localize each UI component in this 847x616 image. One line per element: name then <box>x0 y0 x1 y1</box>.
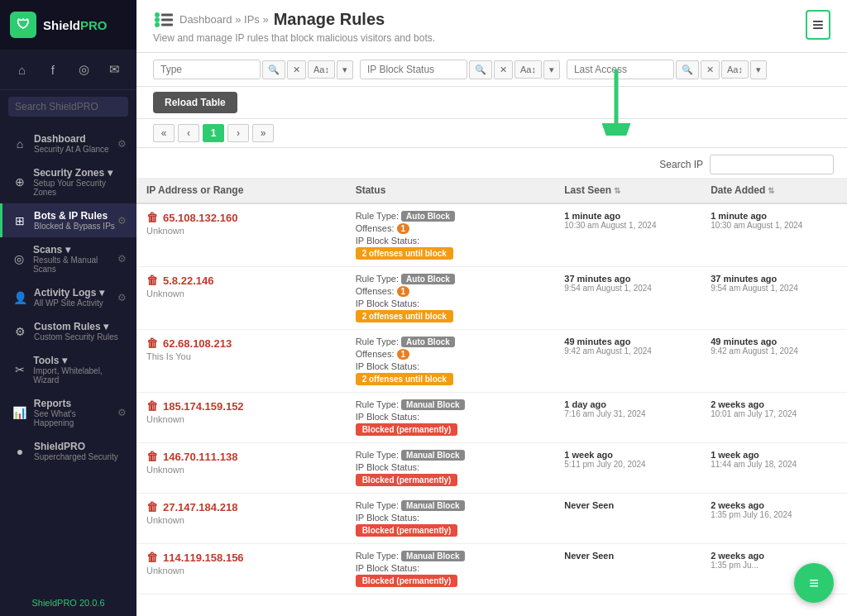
ip-block-dropdown-btn[interactable]: ▾ <box>543 60 560 79</box>
bots-ip-gear-icon[interactable]: ⚙ <box>117 215 127 227</box>
sidebar-item-dashboard[interactable]: ⌂ Dashboard Security At A Glance ⚙ <box>0 127 136 160</box>
sidebar: 🛡 ShieldPRO ⌂ f ◎ ✉ ⌂ Dashboard Security… <box>0 0 136 616</box>
page-1-btn[interactable]: 1 <box>203 124 224 142</box>
facebook-icon[interactable]: f <box>41 58 65 81</box>
status-cell-5: Rule Type: Manual Block IP Block Status:… <box>346 494 555 544</box>
rule-type-line-1: Rule Type: Auto Block <box>356 274 545 284</box>
sidebar-item-security-zones[interactable]: ⊕ Security Zones ▾ Setup Your Security Z… <box>0 160 136 203</box>
status-badge-1: 2 offenses until block <box>356 310 453 322</box>
sidebar-quick-icons: ⌂ f ◎ ✉ <box>0 50 136 90</box>
offenses-line-0: Offenses: 1 <box>356 223 545 234</box>
type-filter-input[interactable] <box>153 60 261 79</box>
date-added-cell-5: 2 weeks ago 1:35 pm July 16, 2024 <box>701 494 847 544</box>
page-first-btn[interactable]: « <box>153 124 175 142</box>
delete-ip-btn-0[interactable]: 🗑 <box>146 211 158 224</box>
last-access-format-btn[interactable]: Aa↕ <box>721 60 749 79</box>
globe-icon[interactable]: ◎ <box>72 58 95 81</box>
ip-cell-6: 🗑 114.119.158.156 Unknown <box>136 544 346 595</box>
type-search-btn[interactable]: 🔍 <box>262 60 285 79</box>
dashboard-gear-icon[interactable]: ⚙ <box>117 138 127 150</box>
svg-rect-5 <box>161 23 173 26</box>
delete-ip-btn-2[interactable]: 🗑 <box>146 337 158 350</box>
ip-block-status-line-3: IP Block Status: <box>356 412 545 422</box>
logo-highlight: PRO <box>80 18 108 32</box>
reload-row: Reload Table <box>136 87 847 119</box>
ip-value-6[interactable]: 114.119.158.156 <box>163 552 244 564</box>
sidebar-bots-ip-label: Bots & IP Rules <box>34 210 115 222</box>
activity-logs-gear-icon[interactable]: ⚙ <box>117 292 127 303</box>
delete-ip-btn-4[interactable]: 🗑 <box>146 450 158 463</box>
delete-ip-btn-3[interactable]: 🗑 <box>146 399 158 413</box>
offense-badge-2: 1 <box>397 349 410 360</box>
type-clear-btn[interactable]: ✕ <box>287 60 306 79</box>
type-format-btn[interactable]: Aa↕ <box>308 60 335 79</box>
status-badge-2: 2 offenses until block <box>356 373 453 385</box>
svg-point-1 <box>155 17 160 22</box>
page-last-btn[interactable]: » <box>252 124 274 142</box>
ip-value-2[interactable]: 62.68.108.213 <box>163 337 232 350</box>
sidebar-item-tools[interactable]: ✂ Tools ▾ Import, Whitelabel, Wizard <box>0 348 136 391</box>
toolbar: 🔍 ✕ Aa↕ ▾ 🔍 ✕ Aa↕ ▾ 🔍 ✕ Aa↕ ▾ <box>136 53 847 87</box>
type-dropdown-btn[interactable]: ▾ <box>337 60 353 79</box>
search-ip-input[interactable] <box>710 155 834 174</box>
ip-address-5: 🗑 27.147.184.218 <box>146 500 336 513</box>
last-seen-cell-1: 37 minutes ago 9:54 am August 1, 2024 <box>554 267 701 330</box>
float-btn-icon: ≡ <box>809 574 819 593</box>
last-access-filter-input[interactable] <box>567 60 674 79</box>
sidebar-item-reports[interactable]: 📊 Reports See What's Happening ⚙ <box>0 391 136 434</box>
delete-ip-btn-1[interactable]: 🗑 <box>146 274 158 287</box>
mail-icon[interactable]: ✉ <box>103 58 126 81</box>
col-date-added[interactable]: Date Added <box>701 178 847 203</box>
page-next-btn[interactable]: › <box>227 124 249 142</box>
sidebar-item-custom-rules[interactable]: ⚙ Custom Rules ▾ Custom Security Rules <box>0 314 136 348</box>
sidebar-nav: ⌂ Dashboard Security At A Glance ⚙ ⊕ Sec… <box>0 123 136 590</box>
rule-type-badge-3: Manual Block <box>401 399 464 410</box>
ip-value-4[interactable]: 146.70.111.138 <box>163 451 237 463</box>
sidebar-item-shieldpro[interactable]: ● ShieldPRO Supercharged Security <box>0 434 136 468</box>
ip-type-1: Unknown <box>146 289 336 298</box>
page-title: Manage Rules <box>274 10 385 29</box>
ip-cell-0: 🗑 65.108.132.160 Unknown <box>136 203 346 267</box>
ip-block-status-line-6: IP Block Status: <box>356 563 545 573</box>
sidebar-dashboard-label: Dashboard <box>34 133 109 145</box>
last-seen-cell-5: Never Seen <box>554 494 701 544</box>
search-input[interactable] <box>8 97 128 117</box>
sidebar-item-bots-ip-rules[interactable]: ⊞ Bots & IP Rules Blocked & Bypass IPs ⚙ <box>0 203 136 237</box>
last-access-clear-btn[interactable]: ✕ <box>701 60 720 79</box>
ip-block-format-btn[interactable]: Aa↕ <box>514 60 542 79</box>
status-badge-0: 2 offenses until block <box>356 247 453 260</box>
reports-gear-icon[interactable]: ⚙ <box>117 407 127 418</box>
ip-value-0[interactable]: 65.108.132.160 <box>163 212 237 224</box>
last-access-search-btn[interactable]: 🔍 <box>676 60 699 79</box>
date-added-main-5: 2 weeks ago <box>711 500 837 510</box>
sidebar-item-scans[interactable]: ◎ Scans ▾ Results & Manual Scans ⚙ <box>0 237 136 280</box>
ip-block-status-filter-input[interactable] <box>360 60 467 79</box>
ip-value-5[interactable]: 27.147.184.218 <box>163 501 237 513</box>
ip-block-clear-btn[interactable]: ✕ <box>494 60 513 79</box>
float-action-button[interactable]: ≡ <box>794 563 834 603</box>
sidebar-item-activity-logs[interactable]: 👤 Activity Logs ▾ All WP Site Activity ⚙ <box>0 280 136 314</box>
header-menu-icon[interactable]: ≡ <box>806 10 830 40</box>
header-title-row: Dashboard » IPs » Manage Rules <box>153 10 435 29</box>
col-last-seen[interactable]: Last Seen <box>554 178 701 203</box>
sidebar-search-container <box>0 90 136 123</box>
delete-ip-btn-5[interactable]: 🗑 <box>146 500 158 513</box>
sidebar-shieldpro-sublabel: Supercharged Security <box>34 452 118 461</box>
offense-badge-0: 1 <box>397 223 410 234</box>
ip-address-1: 🗑 5.8.22.146 <box>146 274 336 287</box>
delete-ip-btn-6[interactable]: 🗑 <box>146 551 158 564</box>
ip-block-search-btn[interactable]: 🔍 <box>469 60 492 79</box>
scans-gear-icon[interactable]: ⚙ <box>117 253 127 265</box>
shieldpro-icon: ● <box>12 445 27 458</box>
last-access-dropdown-btn[interactable]: ▾ <box>750 60 767 79</box>
page-prev-btn[interactable]: ‹ <box>178 124 199 142</box>
ip-block-status-filter-group: 🔍 ✕ Aa↕ ▾ <box>360 60 560 79</box>
sidebar-logo: 🛡 ShieldPRO <box>0 0 136 50</box>
date-added-detail-2: 9:42 am August 1, 2024 <box>711 346 837 356</box>
reload-table-button[interactable]: Reload Table <box>153 92 237 113</box>
date-added-detail-5: 1:35 pm July 16, 2024 <box>711 510 837 519</box>
ip-value-3[interactable]: 185.174.159.152 <box>163 400 244 413</box>
ip-value-1[interactable]: 5.8.22.146 <box>163 275 213 287</box>
status-cell-2: Rule Type: Auto Block Offenses: 1 IP Blo… <box>346 330 555 393</box>
home-icon[interactable]: ⌂ <box>11 58 34 81</box>
